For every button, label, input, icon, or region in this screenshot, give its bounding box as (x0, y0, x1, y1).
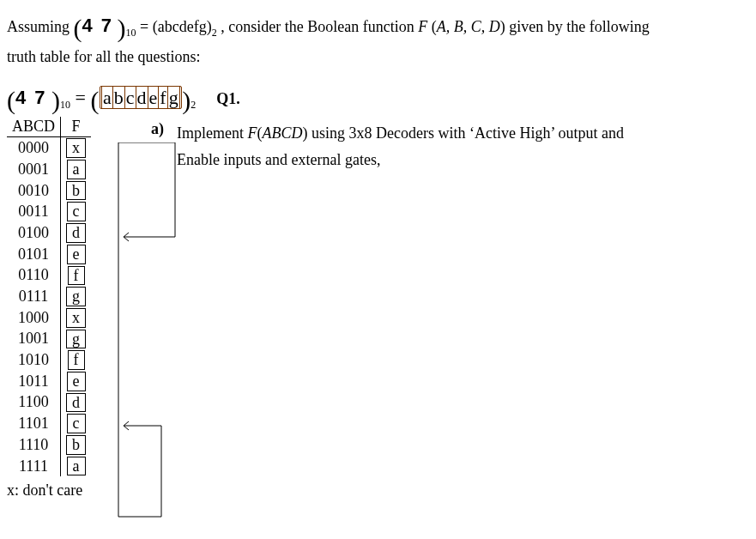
head-abcd: ABCD (7, 117, 61, 137)
table-row: 1111a (7, 456, 91, 477)
abcd-cell: 1001 (7, 329, 61, 350)
f-cell: x (66, 138, 86, 158)
expr-lparen: ( (7, 94, 15, 106)
f-cell-wrap: a (61, 456, 92, 477)
boxed-letters: abcdefg (100, 86, 183, 109)
expr-eq: = (76, 87, 91, 108)
table-row: 0111g (7, 286, 91, 307)
intro-tail: given by the following (509, 18, 649, 35)
abcd-cell: 0011 (7, 201, 61, 222)
table-row: 0101e (7, 244, 91, 265)
f-cell-wrap: c (61, 413, 92, 434)
f-cell-wrap: g (61, 286, 92, 307)
conversion-expression: (4 7 )10 = (abcdefg)2 (7, 86, 196, 112)
qa-p1: Implement (177, 124, 247, 142)
boxed-letter: g (167, 86, 180, 109)
qa-args-r: ) (303, 124, 308, 142)
f-cell: e (67, 372, 86, 391)
f-cell: f (68, 350, 85, 370)
mapping-bracket-icon (117, 142, 177, 520)
f-cell: e (67, 245, 86, 264)
f-cell-wrap: b (61, 434, 92, 456)
boxed-letter: c (124, 86, 136, 109)
f-cell-wrap: f (61, 349, 92, 371)
f-cell: d (66, 393, 86, 413)
qa-args: ABCD (263, 124, 303, 142)
table-row: 0001a (7, 159, 91, 180)
table-row: 1110b (7, 434, 91, 456)
expression-row: (4 7 )10 = (abcdefg)2 Q1. (7, 86, 749, 112)
abcd-cell: 0101 (7, 244, 61, 265)
f-cell: a (67, 457, 86, 476)
intro-mid: , consider the Boolean function (221, 18, 418, 35)
abcd-cell: 0100 (7, 222, 61, 244)
boxed-letter: a (101, 86, 113, 109)
args-r: ) (500, 18, 505, 35)
abcd-cell: 1100 (7, 392, 61, 414)
f-cell: g (66, 287, 86, 306)
head-f: F (61, 117, 92, 137)
table-row: 0110f (7, 265, 91, 287)
abcd-cell: 0000 (7, 137, 61, 159)
lparen: ( (74, 21, 82, 34)
f-cell: x (66, 308, 86, 328)
question-block: a) Implement F(ABCD) using 3x8 Decoders … (151, 117, 640, 173)
f-cell: g (66, 330, 86, 349)
abcd-cell: 1101 (7, 413, 61, 434)
expr-sub10: 10 (60, 99, 70, 111)
table-row: 1101c (7, 413, 91, 434)
intro-prefix: Assuming (7, 18, 74, 35)
boxed-letter: d (136, 86, 148, 109)
expr-sub2: 2 (191, 99, 196, 111)
table-row: 0100d (7, 222, 91, 244)
F-sym: F (418, 18, 427, 35)
f-cell-wrap: e (61, 244, 92, 265)
sub-10: 10 (126, 27, 136, 39)
f-cell-wrap: f (61, 265, 92, 287)
group-r: ) (182, 94, 191, 106)
f-cell-wrap: d (61, 392, 92, 414)
args: A, B, C, D (437, 18, 500, 35)
truth-table-block: ABCD F 0000x0001a0010b0011c0100d0101e011… (7, 117, 117, 500)
sub-2: 2 (212, 27, 217, 39)
rparen: ) (118, 21, 126, 34)
rhs-text: abcdefg (158, 18, 207, 35)
table-row: 1010f (7, 349, 91, 371)
abcd-cell: 1111 (7, 456, 61, 477)
f-cell-wrap: c (61, 201, 92, 222)
abcd-cell: 1110 (7, 434, 61, 456)
abcd-cell: 0111 (7, 286, 61, 307)
eq1: = (140, 18, 153, 35)
table-row: 1011e (7, 371, 91, 392)
f-cell: f (68, 266, 85, 286)
f-cell: c (67, 202, 86, 221)
boxed-letter: e (148, 86, 160, 109)
abcd-cell: 1010 (7, 349, 61, 371)
f-cell-wrap: d (61, 222, 92, 244)
f-cell-wrap: x (61, 137, 92, 159)
table-row: 1100d (7, 392, 91, 414)
f-cell: a (67, 160, 86, 179)
f-cell: b (66, 181, 86, 201)
abcd-cell: 0010 (7, 180, 61, 202)
hand-number-1: 4 7 (82, 15, 114, 36)
expr-rparen: ) (51, 94, 60, 106)
f-cell-wrap: g (61, 329, 92, 350)
table-row: 1001g (7, 329, 91, 350)
table-row: 0000x (7, 137, 91, 159)
truth-table: ABCD F 0000x0001a0010b0011c0100d0101e011… (7, 117, 91, 476)
abcd-cell: 1000 (7, 307, 61, 329)
table-row: 0010b (7, 180, 91, 202)
qa-text: Implement F(ABCD) using 3x8 Decoders wit… (177, 120, 640, 173)
abcd-cell: 0001 (7, 159, 61, 180)
f-cell: b (66, 435, 86, 455)
table-row: 1000x (7, 307, 91, 329)
q1-label: Q1. (216, 90, 240, 108)
f-cell-wrap: b (61, 180, 92, 202)
group-l: ( (91, 94, 100, 106)
f-cell-wrap: a (61, 159, 92, 180)
f-cell-wrap: e (61, 371, 92, 392)
boxed-letter: b (112, 86, 125, 109)
intro-text: Assuming (4 7 )10 = (abcdefg)2 , conside… (7, 9, 749, 70)
qa-label: a) (151, 120, 170, 173)
